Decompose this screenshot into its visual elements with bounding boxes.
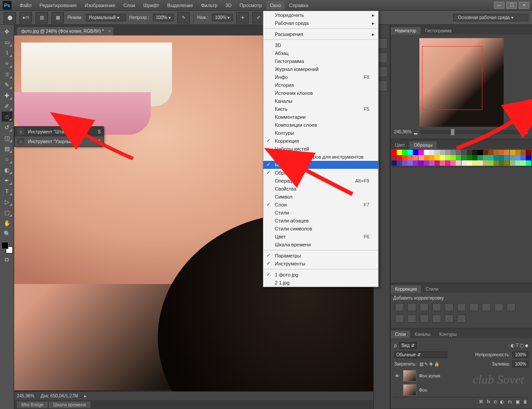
menu-item[interactable]: Каналы <box>263 97 378 105</box>
swatch[interactable] <box>520 160 526 166</box>
swatch[interactable] <box>407 155 413 160</box>
swatch[interactable] <box>493 150 499 155</box>
pressure-opacity-icon[interactable]: ✎ <box>177 12 190 23</box>
styles-tab[interactable]: Стили <box>421 285 443 293</box>
swatch[interactable] <box>462 155 467 160</box>
swatch[interactable] <box>477 150 483 155</box>
swatch[interactable] <box>504 155 509 160</box>
menu-item[interactable]: 2 1.jpg <box>263 279 378 287</box>
zoom-in-icon[interactable]: ▲ <box>524 129 528 134</box>
adj-exposure-icon[interactable] <box>432 303 441 311</box>
swatch[interactable] <box>510 150 515 155</box>
path-select-tool[interactable]: ▷ <box>2 197 12 206</box>
adj-mixer-icon[interactable] <box>507 303 516 311</box>
swatch[interactable] <box>445 160 450 166</box>
swatch[interactable] <box>450 155 456 160</box>
menu-item[interactable]: КистьF5 <box>263 105 378 113</box>
swatch[interactable] <box>424 150 429 155</box>
adj-threshold-icon[interactable] <box>432 315 441 323</box>
swatch[interactable] <box>429 160 434 166</box>
close-button[interactable]: ✕ <box>519 2 529 9</box>
layer-name[interactable]: Фон <box>419 388 427 393</box>
swatch[interactable] <box>397 150 402 155</box>
eyedrop-tool[interactable]: ✎ <box>2 80 12 90</box>
menu-item[interactable]: Шкала времени <box>263 241 378 249</box>
heal-tool[interactable]: ✚ <box>2 90 12 100</box>
menu-изображение[interactable]: Изображение <box>81 1 119 10</box>
layer-thumb[interactable] <box>403 384 416 396</box>
menu-item[interactable]: ✓Коррекция <box>263 137 378 145</box>
airbrush-icon[interactable]: ✈ <box>236 12 249 23</box>
wand-tool[interactable]: ✧ <box>2 58 12 68</box>
swatch[interactable] <box>472 150 477 155</box>
navigator-thumbnail[interactable] <box>419 38 504 127</box>
zoom-tool[interactable]: 🔍 <box>2 229 12 238</box>
swatch[interactable] <box>434 160 440 166</box>
group-icon[interactable]: 🗀 <box>508 399 512 404</box>
crop-tool[interactable]: ⟃ <box>2 69 12 79</box>
workspace-select[interactable]: Основная рабочая среда ▾ <box>453 14 528 21</box>
swatches-tab[interactable]: Образцы <box>409 141 437 149</box>
channels-tab[interactable]: Каналы <box>410 331 435 338</box>
shape-tool[interactable]: ▢ <box>2 207 12 217</box>
menu-item[interactable]: Наборы кистей <box>263 145 378 153</box>
opacity-field[interactable]: 100% ▾ <box>153 14 174 21</box>
swatch[interactable] <box>391 150 397 155</box>
swatch[interactable] <box>515 155 520 160</box>
link-layers-icon[interactable]: ⌘ <box>479 399 483 404</box>
brush-panel-icon[interactable]: ▥ <box>35 12 48 23</box>
swatch[interactable] <box>467 160 472 166</box>
tool-preset-icon[interactable]: ⬤ <box>4 12 16 23</box>
layer-kind-select[interactable]: Вид ⇵ <box>399 342 417 349</box>
swatch[interactable] <box>429 150 434 155</box>
menu-item[interactable]: Стили символов <box>263 225 378 233</box>
move-tool[interactable]: ✥ <box>2 27 12 36</box>
menu-шрифт[interactable]: Шрифт <box>140 1 163 10</box>
layer-fx-icon[interactable]: fx <box>487 399 490 404</box>
adjustment-layer-icon[interactable]: ◐ <box>500 399 504 404</box>
flow-field[interactable]: 100% ▾ <box>212 14 233 21</box>
swatch[interactable] <box>488 155 493 160</box>
menu-item[interactable]: Контуры <box>263 129 378 137</box>
menu-слои[interactable]: Слои <box>120 1 139 10</box>
swatch[interactable] <box>450 160 456 166</box>
adj-lookup-icon[interactable] <box>395 315 404 323</box>
swatch[interactable] <box>488 150 493 155</box>
swatch[interactable] <box>407 160 413 166</box>
minimize-button[interactable]: — <box>494 2 505 9</box>
swatch[interactable] <box>419 155 424 160</box>
menu-справка[interactable]: Справка <box>286 1 312 10</box>
layer-row[interactable]: 👁Фон копия <box>393 369 529 383</box>
menu-item[interactable]: ОперацииAlt+F9 <box>263 177 378 185</box>
swatch[interactable] <box>407 150 413 155</box>
adj-photo-icon[interactable] <box>494 303 503 311</box>
layer-fill-field[interactable]: 100% <box>512 361 528 367</box>
swatch[interactable] <box>520 150 526 155</box>
adj-selective-icon[interactable] <box>457 315 466 323</box>
layer-thumb[interactable] <box>403 370 416 382</box>
swatch[interactable] <box>424 155 429 160</box>
adj-vibrance-icon[interactable] <box>445 303 454 311</box>
menu-item[interactable]: Стили абзацев <box>263 217 378 225</box>
menu-item[interactable]: Журнал измерений <box>263 65 378 73</box>
stamp-tool[interactable]: ⎍ <box>2 112 12 121</box>
swatch[interactable] <box>526 150 531 155</box>
swatch[interactable] <box>493 160 499 166</box>
swatch[interactable] <box>456 155 461 160</box>
blur-tool[interactable]: ○ <box>2 154 12 164</box>
swatch[interactable] <box>504 160 509 166</box>
menu-item[interactable]: Рабочая среда▸ <box>263 19 378 27</box>
adj-invert-icon[interactable] <box>407 315 416 323</box>
menu-item[interactable]: ✓Образцы <box>263 169 378 177</box>
swatch[interactable] <box>499 150 504 155</box>
swatch[interactable] <box>391 160 397 166</box>
adj-gradient-icon[interactable] <box>445 315 454 323</box>
menu-item[interactable]: История <box>263 81 378 89</box>
swatch[interactable] <box>434 155 440 160</box>
hand-tool[interactable]: ✋ <box>2 218 12 228</box>
swatch[interactable] <box>472 155 477 160</box>
close-tab-icon[interactable]: × <box>108 29 111 34</box>
swatch[interactable] <box>477 155 483 160</box>
swatch[interactable] <box>440 150 445 155</box>
swatches-grid[interactable] <box>391 150 531 166</box>
